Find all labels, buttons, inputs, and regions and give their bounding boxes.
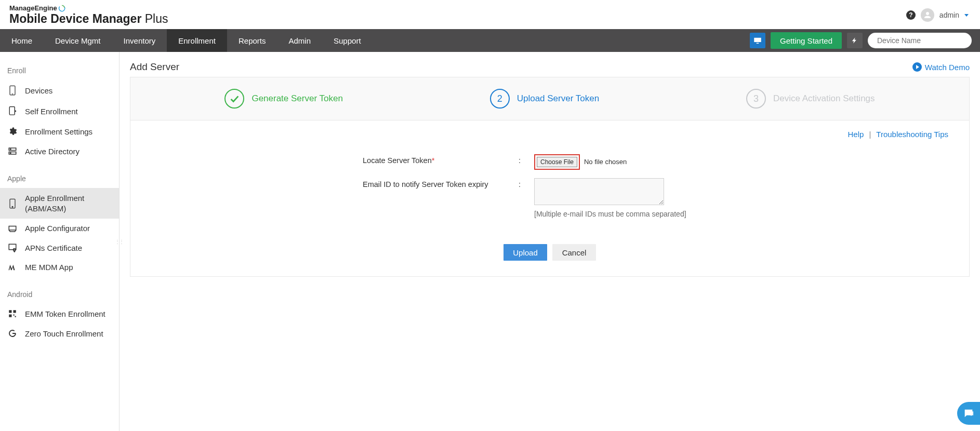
main-area: Add Server Watch Demo Generate Server To… (120, 52, 980, 431)
sidebar-item-active-directory[interactable]: Active Directory (0, 141, 119, 161)
required-marker: * (432, 156, 435, 165)
user-label[interactable]: admin (939, 11, 959, 19)
label-email-notify: Email ID to notify Server Token expiry (363, 178, 519, 188)
sidebar-item-label: Devices (25, 86, 52, 95)
header-right: ? admin (906, 8, 969, 22)
device-search-input[interactable] (876, 36, 969, 45)
sidebar-item-label: APNs Certificate (25, 244, 82, 252)
form-actions: Upload Cancel (151, 244, 948, 261)
nav-home[interactable]: Home (0, 29, 44, 52)
colon: : (519, 154, 534, 165)
sidebar-item-apple-configurator[interactable]: Apple Configurator (0, 219, 119, 238)
self-enroll-icon (7, 106, 18, 116)
step-device-activation: 3 Device Activation Settings (746, 89, 875, 109)
sidebar-item-apns-certificate[interactable]: APNs Certificate (0, 238, 119, 258)
step-number-icon: 2 (490, 89, 510, 109)
sidebar-splitter[interactable]: ⋮⋮ (117, 231, 121, 252)
sidebar-item-label: Active Directory (25, 147, 80, 156)
help-link[interactable]: Help (847, 130, 864, 139)
field-locate-token: Choose File No file chosen (534, 154, 737, 170)
primary-nav: Home Device Mgmt Inventory Enrollment Re… (0, 29, 980, 52)
certificate-icon (7, 243, 18, 252)
step-number-icon: 3 (746, 89, 766, 109)
svg-point-10 (10, 149, 11, 150)
svg-point-13 (12, 206, 13, 207)
stepper: Generate Server Token 2 Upload Server To… (130, 77, 969, 120)
step-label: Upload Server Token (517, 93, 599, 104)
step-upload-token: 2 Upload Server Token (490, 89, 599, 109)
page-title: Add Server (130, 61, 179, 73)
nav-support[interactable]: Support (322, 29, 373, 52)
help-links: Help | Troubleshooting Tips (151, 130, 948, 139)
colon: : (519, 178, 534, 188)
row-locate-token: Locate Server Token* : Choose File No fi… (363, 154, 737, 170)
svg-rect-19 (14, 315, 15, 316)
quick-action-button[interactable] (847, 33, 863, 48)
device-search[interactable] (868, 33, 972, 48)
svg-rect-5 (10, 86, 15, 95)
cancel-button[interactable]: Cancel (552, 244, 596, 261)
tray-icon (7, 224, 18, 233)
avatar[interactable] (921, 8, 934, 22)
google-icon (7, 329, 18, 338)
step-generate-token: Generate Server Token (224, 89, 342, 109)
watch-demo-link[interactable]: Watch Demo (912, 62, 970, 72)
sidebar: Enroll Devices Self Enrollment Enrollmen… (0, 52, 120, 431)
sidebar-item-me-mdm-app[interactable]: ME MDM App (0, 258, 119, 277)
row-email-notify: Email ID to notify Server Token expiry :… (363, 178, 737, 218)
choose-file-highlight: Choose File (534, 154, 580, 170)
sidebar-item-emm-token[interactable]: EMM Token Enrollment (0, 304, 119, 324)
help-icon[interactable]: ? (906, 10, 916, 20)
svg-rect-16 (9, 310, 11, 313)
field-email-notify: [Multiple e-mail IDs must be comma separ… (534, 178, 737, 218)
nav-enrollment[interactable]: Enrollment (167, 29, 227, 52)
device-icon (7, 85, 18, 96)
sidebar-item-devices[interactable]: Devices (0, 80, 119, 101)
troubleshooting-link[interactable]: Troubleshooting Tips (876, 130, 948, 139)
sidebar-item-label: ME MDM App (25, 263, 73, 272)
sidebar-item-label: Apple Configurator (25, 224, 90, 233)
nav-inventory[interactable]: Inventory (112, 29, 167, 52)
svg-rect-20 (15, 316, 16, 317)
me-app-icon (7, 264, 18, 271)
sidebar-item-label: Apple Enrollment (25, 193, 84, 204)
sidebar-item-label: EMM Token Enrollment (25, 309, 105, 318)
brand-block: ManageEngine Mobile Device Manager Plus (9, 5, 168, 25)
choose-file-button[interactable]: Choose File (537, 157, 577, 167)
qr-icon (7, 309, 18, 318)
email-textarea[interactable] (534, 178, 664, 205)
brand-bottom-bold: Mobile Device Manager (9, 12, 141, 25)
nav-device-mgmt[interactable]: Device Mgmt (44, 29, 112, 52)
main-header: Add Server Watch Demo (130, 61, 970, 73)
nav-reports[interactable]: Reports (227, 29, 277, 52)
sidebar-item-label-col: Apple Enrollment (ABM/ASM) (25, 193, 84, 213)
remote-button[interactable] (750, 33, 765, 48)
play-icon (912, 62, 922, 72)
sidebar-item-apple-enrollment[interactable]: Apple Enrollment (ABM/ASM) (0, 188, 119, 219)
sidebar-item-self-enrollment[interactable]: Self Enrollment (0, 101, 119, 122)
chat-fab[interactable] (957, 402, 980, 425)
step-done-icon (224, 89, 244, 109)
upload-button[interactable]: Upload (504, 244, 547, 261)
brand-top: ManageEngine (9, 5, 168, 12)
nav-admin[interactable]: Admin (277, 29, 322, 52)
watch-demo-label: Watch Demo (925, 63, 970, 72)
wizard-panel: Generate Server Token 2 Upload Server To… (130, 77, 970, 277)
sidebar-item-enrollment-settings[interactable]: Enrollment Settings (0, 122, 119, 141)
content: Enroll Devices Self Enrollment Enrollmen… (0, 52, 980, 431)
label-text: Locate Server Token (363, 156, 432, 165)
sidebar-item-label: Enrollment Settings (25, 127, 92, 136)
sidebar-item-zero-touch[interactable]: Zero Touch Enrollment (0, 324, 119, 343)
svg-rect-18 (9, 315, 11, 317)
form-area: Locate Server Token* : Choose File No fi… (363, 154, 737, 218)
email-hint: [Multiple e-mail IDs must be comma separ… (534, 210, 737, 218)
user-caret-icon[interactable] (964, 14, 969, 17)
brand-swirl-icon (58, 5, 65, 12)
svg-rect-17 (14, 310, 16, 313)
brand-bottom-light: Plus (141, 12, 168, 25)
sidebar-section-enroll: Enroll (0, 64, 119, 80)
getting-started-button[interactable]: Getting Started (771, 32, 842, 49)
server-icon (7, 146, 18, 156)
sidebar-section-apple: Apple (0, 172, 119, 188)
sidebar-item-label: Zero Touch Enrollment (25, 329, 103, 338)
